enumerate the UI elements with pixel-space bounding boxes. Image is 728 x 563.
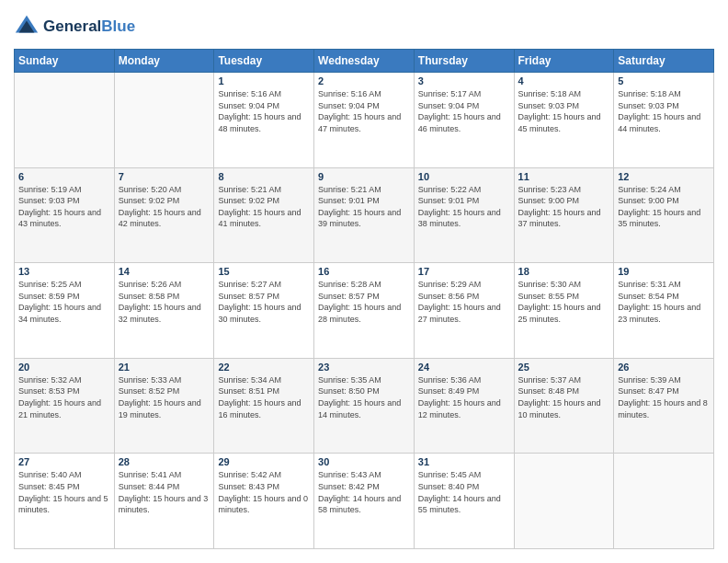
day-number: 10 [418, 171, 510, 182]
calendar-cell [514, 454, 614, 549]
day-info: Sunrise: 5:21 AM Sunset: 9:02 PM Dayligh… [218, 184, 310, 230]
day-info: Sunrise: 5:37 AM Sunset: 8:48 PM Dayligh… [518, 374, 610, 420]
calendar-cell: 5Sunrise: 5:18 AM Sunset: 9:03 PM Daylig… [614, 73, 714, 168]
calendar-cell: 25Sunrise: 5:37 AM Sunset: 8:48 PM Dayli… [514, 358, 614, 454]
day-info: Sunrise: 5:42 AM Sunset: 8:43 PM Dayligh… [218, 469, 310, 515]
calendar-cell: 12Sunrise: 5:24 AM Sunset: 9:00 PM Dayli… [614, 167, 714, 263]
calendar-week-4: 20Sunrise: 5:32 AM Sunset: 8:53 PM Dayli… [15, 358, 714, 454]
day-info: Sunrise: 5:40 AM Sunset: 8:45 PM Dayligh… [18, 469, 110, 515]
calendar-cell: 2Sunrise: 5:16 AM Sunset: 9:04 PM Daylig… [314, 73, 415, 168]
day-info: Sunrise: 5:43 AM Sunset: 8:42 PM Dayligh… [318, 469, 410, 515]
calendar-cell: 1Sunrise: 5:16 AM Sunset: 9:04 PM Daylig… [214, 73, 314, 168]
day-info: Sunrise: 5:23 AM Sunset: 9:00 PM Dayligh… [518, 184, 610, 230]
day-info: Sunrise: 5:24 AM Sunset: 9:00 PM Dayligh… [618, 184, 710, 230]
calendar-cell: 15Sunrise: 5:27 AM Sunset: 8:57 PM Dayli… [214, 263, 314, 359]
logo-text: GeneralBlue [43, 17, 135, 36]
day-info: Sunrise: 5:18 AM Sunset: 9:03 PM Dayligh… [618, 88, 710, 134]
day-info: Sunrise: 5:16 AM Sunset: 9:04 PM Dayligh… [218, 88, 310, 134]
weekday-header-friday: Friday [514, 50, 614, 73]
day-number: 12 [618, 171, 710, 182]
calendar-cell [15, 73, 115, 168]
calendar-cell: 20Sunrise: 5:32 AM Sunset: 8:53 PM Dayli… [15, 358, 115, 454]
day-number: 25 [518, 362, 610, 373]
calendar-cell: 9Sunrise: 5:21 AM Sunset: 9:01 PM Daylig… [314, 167, 415, 263]
calendar-week-3: 13Sunrise: 5:25 AM Sunset: 8:59 PM Dayli… [15, 263, 714, 359]
day-number: 27 [18, 456, 110, 467]
day-info: Sunrise: 5:21 AM Sunset: 9:01 PM Dayligh… [318, 184, 410, 230]
weekday-header-thursday: Thursday [414, 50, 514, 73]
day-info: Sunrise: 5:34 AM Sunset: 8:51 PM Dayligh… [218, 374, 310, 420]
logo-icon [14, 14, 40, 40]
day-info: Sunrise: 5:16 AM Sunset: 9:04 PM Dayligh… [318, 88, 410, 134]
calendar-week-5: 27Sunrise: 5:40 AM Sunset: 8:45 PM Dayli… [15, 454, 714, 549]
calendar-cell [614, 454, 714, 549]
calendar-cell: 18Sunrise: 5:30 AM Sunset: 8:55 PM Dayli… [514, 263, 614, 359]
day-info: Sunrise: 5:29 AM Sunset: 8:56 PM Dayligh… [418, 279, 510, 325]
day-number: 23 [318, 362, 410, 373]
calendar-cell [114, 73, 214, 168]
day-info: Sunrise: 5:32 AM Sunset: 8:53 PM Dayligh… [18, 374, 110, 420]
day-number: 11 [518, 171, 610, 182]
calendar-cell: 19Sunrise: 5:31 AM Sunset: 8:54 PM Dayli… [614, 263, 714, 359]
day-number: 7 [119, 171, 210, 182]
calendar-cell: 13Sunrise: 5:25 AM Sunset: 8:59 PM Dayli… [15, 263, 115, 359]
day-number: 4 [518, 75, 610, 86]
day-number: 15 [218, 266, 310, 277]
day-info: Sunrise: 5:22 AM Sunset: 9:01 PM Dayligh… [418, 184, 510, 230]
day-info: Sunrise: 5:17 AM Sunset: 9:04 PM Dayligh… [418, 88, 510, 134]
calendar-cell: 31Sunrise: 5:45 AM Sunset: 8:40 PM Dayli… [414, 454, 514, 549]
day-number: 5 [618, 75, 710, 86]
calendar-cell: 10Sunrise: 5:22 AM Sunset: 9:01 PM Dayli… [414, 167, 514, 263]
calendar-week-1: 1Sunrise: 5:16 AM Sunset: 9:04 PM Daylig… [15, 73, 714, 168]
day-info: Sunrise: 5:25 AM Sunset: 8:59 PM Dayligh… [18, 279, 110, 325]
day-info: Sunrise: 5:36 AM Sunset: 8:49 PM Dayligh… [418, 374, 510, 420]
day-number: 30 [318, 456, 410, 467]
calendar-cell: 29Sunrise: 5:42 AM Sunset: 8:43 PM Dayli… [214, 454, 314, 549]
day-number: 16 [318, 266, 410, 277]
day-info: Sunrise: 5:20 AM Sunset: 9:02 PM Dayligh… [119, 184, 210, 230]
calendar-cell: 8Sunrise: 5:21 AM Sunset: 9:02 PM Daylig… [214, 167, 314, 263]
weekday-header-saturday: Saturday [614, 50, 714, 73]
day-number: 17 [418, 266, 510, 277]
day-number: 31 [418, 456, 510, 467]
day-info: Sunrise: 5:31 AM Sunset: 8:54 PM Dayligh… [618, 279, 710, 325]
calendar-cell: 26Sunrise: 5:39 AM Sunset: 8:47 PM Dayli… [614, 358, 714, 454]
day-info: Sunrise: 5:30 AM Sunset: 8:55 PM Dayligh… [518, 279, 610, 325]
day-number: 24 [418, 362, 510, 373]
calendar-cell: 21Sunrise: 5:33 AM Sunset: 8:52 PM Dayli… [114, 358, 214, 454]
day-number: 13 [18, 266, 110, 277]
logo: GeneralBlue [14, 14, 135, 40]
day-number: 18 [518, 266, 610, 277]
calendar-cell: 17Sunrise: 5:29 AM Sunset: 8:56 PM Dayli… [414, 263, 514, 359]
calendar-cell: 4Sunrise: 5:18 AM Sunset: 9:03 PM Daylig… [514, 73, 614, 168]
calendar-cell: 3Sunrise: 5:17 AM Sunset: 9:04 PM Daylig… [414, 73, 514, 168]
page: GeneralBlue SundayMondayTuesdayWednesday… [0, 0, 728, 563]
calendar-cell: 27Sunrise: 5:40 AM Sunset: 8:45 PM Dayli… [15, 454, 115, 549]
day-number: 28 [119, 456, 210, 467]
day-info: Sunrise: 5:18 AM Sunset: 9:03 PM Dayligh… [518, 88, 610, 134]
header: GeneralBlue [14, 14, 714, 40]
day-info: Sunrise: 5:19 AM Sunset: 9:03 PM Dayligh… [18, 184, 110, 230]
day-info: Sunrise: 5:41 AM Sunset: 8:44 PM Dayligh… [119, 469, 210, 515]
weekday-header-sunday: Sunday [15, 50, 115, 73]
day-number: 9 [318, 171, 410, 182]
day-info: Sunrise: 5:33 AM Sunset: 8:52 PM Dayligh… [119, 374, 210, 420]
calendar-cell: 11Sunrise: 5:23 AM Sunset: 9:00 PM Dayli… [514, 167, 614, 263]
calendar-cell: 23Sunrise: 5:35 AM Sunset: 8:50 PM Dayli… [314, 358, 415, 454]
day-info: Sunrise: 5:35 AM Sunset: 8:50 PM Dayligh… [318, 374, 410, 420]
calendar-cell: 7Sunrise: 5:20 AM Sunset: 9:02 PM Daylig… [114, 167, 214, 263]
day-info: Sunrise: 5:45 AM Sunset: 8:40 PM Dayligh… [418, 469, 510, 515]
calendar-cell: 16Sunrise: 5:28 AM Sunset: 8:57 PM Dayli… [314, 263, 415, 359]
calendar-week-2: 6Sunrise: 5:19 AM Sunset: 9:03 PM Daylig… [15, 167, 714, 263]
calendar-cell: 22Sunrise: 5:34 AM Sunset: 8:51 PM Dayli… [214, 358, 314, 454]
day-number: 29 [218, 456, 310, 467]
calendar-cell: 28Sunrise: 5:41 AM Sunset: 8:44 PM Dayli… [114, 454, 214, 549]
weekday-header-monday: Monday [114, 50, 214, 73]
day-info: Sunrise: 5:28 AM Sunset: 8:57 PM Dayligh… [318, 279, 410, 325]
day-number: 2 [318, 75, 410, 86]
day-info: Sunrise: 5:39 AM Sunset: 8:47 PM Dayligh… [618, 374, 710, 420]
calendar-cell: 6Sunrise: 5:19 AM Sunset: 9:03 PM Daylig… [15, 167, 115, 263]
calendar-cell: 30Sunrise: 5:43 AM Sunset: 8:42 PM Dayli… [314, 454, 415, 549]
day-number: 14 [119, 266, 210, 277]
day-number: 26 [618, 362, 710, 373]
